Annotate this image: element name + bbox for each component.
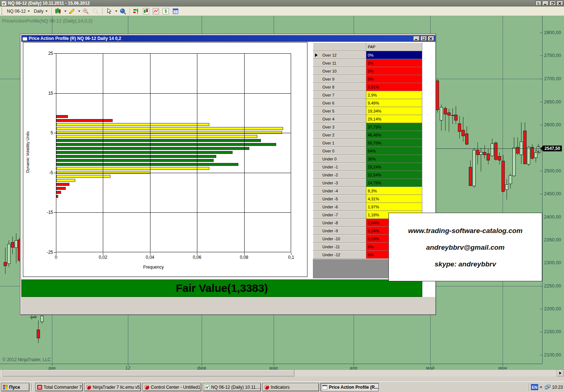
price-label: 2400,00 [544, 214, 561, 220]
histogram-bar [56, 179, 75, 182]
taskbar-button[interactable]: Control Center - Untitled1 [142, 383, 201, 391]
toolbar-grip[interactable] [1, 8, 3, 15]
table-row[interactable]: Over 90% [313, 75, 422, 83]
table-row[interactable]: Over 064% [313, 147, 422, 155]
popup-title-bar[interactable]: Price Action Profile (R) NQ 06-12 Daily … [21, 35, 435, 42]
price-label: 2650,00 [544, 99, 561, 105]
market-analyzer-button[interactable] [132, 7, 141, 15]
line-chart-button[interactable] [152, 7, 160, 15]
x-tick-label: 0,02 [99, 255, 107, 260]
chevron-down-icon[interactable] [115, 11, 117, 12]
popup-maximize-button[interactable] [420, 36, 427, 41]
table-row[interactable]: Over 80,51% [313, 83, 422, 91]
histogram-bar [56, 171, 150, 174]
table-row[interactable]: Over 429,14% [313, 115, 422, 123]
chart-style-button[interactable] [54, 7, 63, 15]
minimize-button[interactable] [542, 1, 549, 6]
histogram-bar [56, 183, 69, 186]
period-selector[interactable]: Daily [32, 8, 49, 15]
chevron-down-icon [28, 11, 30, 12]
tray-collapse-button[interactable]: « [540, 384, 542, 389]
row-header: Over 6 [313, 99, 366, 107]
chevron-down-icon[interactable] [78, 11, 80, 12]
link-button[interactable]: L [536, 1, 541, 6]
popup-minimize-button[interactable] [413, 36, 420, 41]
table-row[interactable]: Over 519,34% [313, 107, 422, 115]
row-header: Under -2 [313, 171, 366, 179]
table-row[interactable]: Under -61,97% [313, 203, 422, 211]
price-label: 2300,00 [544, 260, 561, 265]
histogram-bar [56, 155, 216, 158]
pap-value-cell: 0% [366, 59, 422, 67]
candle-body [479, 152, 483, 155]
row-header: Under -1 [313, 163, 366, 171]
table-row[interactable]: Under -54,31% [313, 195, 422, 203]
table-row[interactable]: Under -48,3% [313, 187, 422, 195]
drawing-tools-button[interactable] [68, 7, 76, 15]
zoom-out-button[interactable] [91, 7, 100, 15]
pap-value-cell: 9,49% [366, 99, 422, 107]
table-row[interactable]: Under -129,24% [313, 163, 422, 171]
scrollbar-thumb[interactable] [3, 369, 294, 376]
candle-body [444, 108, 447, 114]
chart-toolbar: NQ 06-12 Daily [0, 7, 564, 16]
taskbar-button[interactable]: NinjaTrader 7 lic.emu v5.06 [84, 383, 141, 391]
table-row[interactable]: Under 036% [313, 155, 422, 163]
table-row[interactable]: Over 69,49% [313, 99, 422, 107]
indicator-label: PriceActionProfile(NQ 06-12 (Daily),14,0… [2, 18, 93, 24]
candle-body [534, 152, 537, 158]
ninjatrader-chart-window: NQ 06-12 (Daily) 10.11.2011 - 15.06.2012… [0, 0, 564, 392]
network-tray-icon[interactable] [545, 385, 551, 389]
close-button[interactable] [557, 1, 563, 6]
plot-vgridline [103, 53, 103, 252]
chevron-down-icon[interactable] [64, 11, 67, 12]
x-axis-title: Frequency [143, 265, 164, 270]
zoom-in-button[interactable] [81, 7, 90, 15]
table-row[interactable]: Over 155,79% [313, 139, 422, 147]
cursor-button[interactable] [105, 7, 113, 15]
table-row[interactable]: Over 110% [313, 59, 422, 67]
row-header: Under -12 [313, 251, 366, 259]
table-row[interactable]: Over 337,79% [313, 123, 422, 131]
chart-icon [205, 385, 210, 390]
price-label: 2150,00 [544, 329, 561, 334]
arrow-right-icon [559, 372, 561, 375]
row-header: Over 12 [313, 51, 366, 59]
table-row[interactable]: Over 100% [313, 67, 422, 75]
account-data-button[interactable]: $ [161, 7, 170, 15]
pencil-icon [69, 8, 75, 15]
row-header: Under -6 [313, 203, 366, 211]
table-row[interactable]: Over 120% [313, 51, 422, 59]
instrument-selector[interactable]: NQ 06-12 [5, 8, 31, 15]
pap-value-cell: 36% [366, 155, 422, 163]
pap-value-cell: 22,54% [366, 171, 422, 179]
contact-overlay-box: www.trading-software-catalog.com andreyb… [388, 213, 542, 281]
new-chart-button[interactable] [142, 7, 150, 15]
candle-body [527, 147, 530, 164]
y-tick-label: -15 [39, 210, 53, 215]
table-row[interactable]: Under -314,78% [313, 179, 422, 187]
histogram-bar [56, 147, 249, 150]
restore-button[interactable] [549, 1, 556, 6]
pap-value-cell: 4,31% [366, 195, 422, 203]
popup-close-button[interactable] [428, 36, 434, 41]
taskbar-button[interactable]: Total Commander 7.57a ... [35, 383, 83, 391]
panel-button[interactable] [171, 7, 180, 15]
current-price-line [436, 148, 542, 149]
pap-value-cell: 46,46% [366, 131, 422, 139]
row-header: Over 10 [313, 67, 366, 75]
start-button[interactable]: Пуск [1, 383, 29, 391]
taskbar-button[interactable]: Indicators [262, 383, 319, 391]
table-row[interactable]: Over 246,46% [313, 131, 422, 139]
taskbar-button[interactable]: Price Action Profile (R... [321, 383, 379, 391]
form-icon [23, 36, 27, 41]
language-indicator[interactable]: EN [531, 384, 538, 390]
zoom-out-icon [92, 8, 99, 15]
data-box-button[interactable] [118, 7, 127, 15]
taskbar-button[interactable]: NQ 06-12 (Daily) 10.11.... [203, 383, 261, 391]
table-row[interactable]: Over 72,9% [313, 91, 422, 99]
table-row[interactable]: Under -222,54% [313, 171, 422, 179]
row-header: Under -11 [313, 243, 366, 251]
scroll-right-button[interactable] [557, 369, 564, 376]
candle-body [469, 167, 472, 186]
